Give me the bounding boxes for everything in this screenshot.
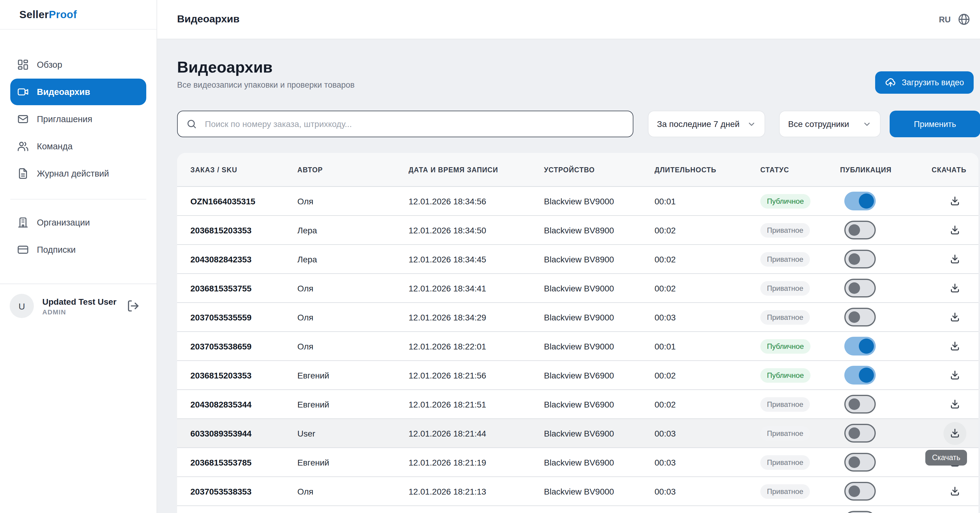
table-row[interactable]: 2037053538659 Оля 12.01.2026 18:22:01 Bl… xyxy=(177,332,978,361)
download-icon xyxy=(949,340,961,352)
sidebar-item-activity-log[interactable]: Журнал действий xyxy=(10,160,146,187)
publish-toggle[interactable] xyxy=(844,192,876,210)
cell-datetime: 12.01.2026 18:34:50 xyxy=(409,225,544,235)
sidebar-item-videoarchive[interactable]: Видеоархив xyxy=(10,79,146,105)
cell-author: Лера xyxy=(298,225,409,235)
sidebar-item-team[interactable]: Команда xyxy=(10,133,146,159)
table-row[interactable]: 2036815353785 Евгений 12.01.2026 18:21:1… xyxy=(177,448,978,477)
cell-duration: 00:03 xyxy=(655,486,760,496)
user-meta: Updated Test User ADMIN xyxy=(42,296,116,315)
sidebar-item-invitations[interactable]: Приглашения xyxy=(10,106,146,132)
cell-device: Blackview BV9000 xyxy=(544,341,655,351)
search-box xyxy=(177,111,633,137)
cell-publication xyxy=(840,192,907,210)
download-button[interactable] xyxy=(943,364,966,387)
publish-toggle[interactable] xyxy=(844,337,876,355)
table-row[interactable]: 2043082835344 Евгений 12.01.2026 18:21:5… xyxy=(177,390,978,419)
download-icon xyxy=(949,311,961,323)
topbar: Видеоархив RU xyxy=(157,0,980,39)
publish-toggle[interactable] xyxy=(844,366,876,384)
sidebar-nav-secondary: ОрганизацииПодписки xyxy=(10,209,146,263)
table-row[interactable]: 2036815203353 Лера 12.01.2026 18:34:50 B… xyxy=(177,216,978,245)
download-button[interactable] xyxy=(943,190,966,212)
table-row[interactable]: Приватное xyxy=(177,506,978,513)
cell-device: Blackview BV9000 xyxy=(544,312,655,322)
table-row[interactable]: 6033089353944 User 12.01.2026 18:21:44 B… xyxy=(177,419,978,448)
cell-datetime: 12.01.2026 18:21:13 xyxy=(409,486,544,496)
cell-duration: 00:03 xyxy=(655,312,760,322)
sidebar-item-label: Журнал действий xyxy=(37,169,109,178)
table-row[interactable]: 2036815353755 Оля 12.01.2026 18:34:41 Bl… xyxy=(177,274,978,303)
download-button[interactable] xyxy=(943,248,966,271)
status-badge: Приватное xyxy=(760,455,810,470)
cell-download xyxy=(907,306,966,328)
download-button[interactable] xyxy=(943,509,966,513)
download-button[interactable] xyxy=(943,277,966,300)
table-row[interactable]: 2037053538353 Оля 12.01.2026 18:21:13 Bl… xyxy=(177,477,978,506)
apply-button[interactable]: Применить xyxy=(889,111,980,137)
table-row[interactable]: 2036815203353 Евгений 12.01.2026 18:21:5… xyxy=(177,361,978,390)
sidebar-nav: ОбзорВидеоархивПриглашенияКомандаЖурнал … xyxy=(0,30,156,264)
user-role: ADMIN xyxy=(42,308,116,315)
cell-device: Blackview BV9000 xyxy=(544,196,655,206)
cell-duration: 00:02 xyxy=(655,225,760,235)
cell-order: OZN1664035315 xyxy=(190,196,298,206)
publish-toggle[interactable] xyxy=(844,279,876,298)
download-button[interactable] xyxy=(943,422,966,444)
cell-datetime: 12.01.2026 18:22:01 xyxy=(409,341,544,351)
download-icon xyxy=(949,253,961,265)
mail-icon xyxy=(17,113,29,125)
videos-table: ЗАКАЗ / SKU АВТОР ДАТА И ВРЕМЯ ЗАПИСИ УС… xyxy=(177,153,978,513)
status-badge: Приватное xyxy=(760,426,810,440)
publish-toggle[interactable] xyxy=(844,395,876,414)
period-filter-select[interactable]: За последние 7 дней xyxy=(648,111,765,137)
cell-device: Blackview BV9000 xyxy=(544,283,655,293)
chevron-down-icon xyxy=(747,119,756,129)
download-button[interactable] xyxy=(943,335,966,358)
logout-icon[interactable] xyxy=(126,299,140,312)
cell-order: 6033089353944 xyxy=(190,429,298,438)
cell-author: Оля xyxy=(298,486,409,496)
table-row[interactable]: OZN1664035315 Оля 12.01.2026 18:34:56 Bl… xyxy=(177,187,978,216)
publish-toggle[interactable] xyxy=(844,482,876,500)
publish-toggle[interactable] xyxy=(844,511,876,513)
sidebar-item-organizations[interactable]: Организации xyxy=(10,209,146,236)
publish-toggle[interactable] xyxy=(844,453,876,472)
table-row[interactable]: 2037053535559 Оля 12.01.2026 18:34:29 Bl… xyxy=(177,303,978,332)
cell-publication xyxy=(840,453,907,472)
toggle-knob xyxy=(859,339,874,354)
table-row[interactable]: 2043082842353 Лера 12.01.2026 18:34:45 B… xyxy=(177,245,978,274)
sidebar-item-overview[interactable]: Обзор xyxy=(10,51,146,78)
sidebar-item-subscriptions[interactable]: Подписки xyxy=(10,236,146,263)
upload-video-label: Загрузить видео xyxy=(902,78,964,87)
search-input[interactable] xyxy=(204,118,624,129)
cloud-upload-icon xyxy=(885,77,896,88)
period-filter-value: За последние 7 дней xyxy=(657,119,740,129)
cell-duration: 00:02 xyxy=(655,283,760,293)
cell-order: 2037053538353 xyxy=(190,486,298,496)
download-icon xyxy=(949,282,961,294)
sidebar-item-label: Команда xyxy=(37,142,73,151)
toggle-knob xyxy=(848,486,860,497)
dashboard-icon xyxy=(17,59,29,71)
publish-toggle[interactable] xyxy=(844,250,876,268)
download-button[interactable] xyxy=(943,218,966,242)
upload-video-button[interactable]: Загрузить видео xyxy=(875,71,974,94)
cell-status: Приватное xyxy=(760,281,840,295)
publish-toggle[interactable] xyxy=(844,221,876,239)
col-publication: ПУБЛИКАЦИЯ xyxy=(840,166,907,173)
cell-author: Оля xyxy=(298,196,409,206)
page-subtitle: Все видеозаписи упаковки и проверки това… xyxy=(177,80,355,89)
publish-toggle[interactable] xyxy=(844,424,876,443)
toggle-knob xyxy=(859,368,874,383)
language-switcher[interactable]: RU xyxy=(939,13,970,26)
cell-order: 2043082835344 xyxy=(190,399,298,409)
cell-datetime: 12.01.2026 18:34:45 xyxy=(409,254,544,264)
globe-icon xyxy=(957,13,970,26)
publish-toggle[interactable] xyxy=(844,308,876,327)
employee-filter-select[interactable]: Все сотрудники xyxy=(779,111,881,137)
download-button[interactable] xyxy=(943,393,966,416)
download-button[interactable] xyxy=(943,480,966,503)
cell-status: Публичное xyxy=(760,194,840,208)
download-button[interactable] xyxy=(943,306,966,328)
